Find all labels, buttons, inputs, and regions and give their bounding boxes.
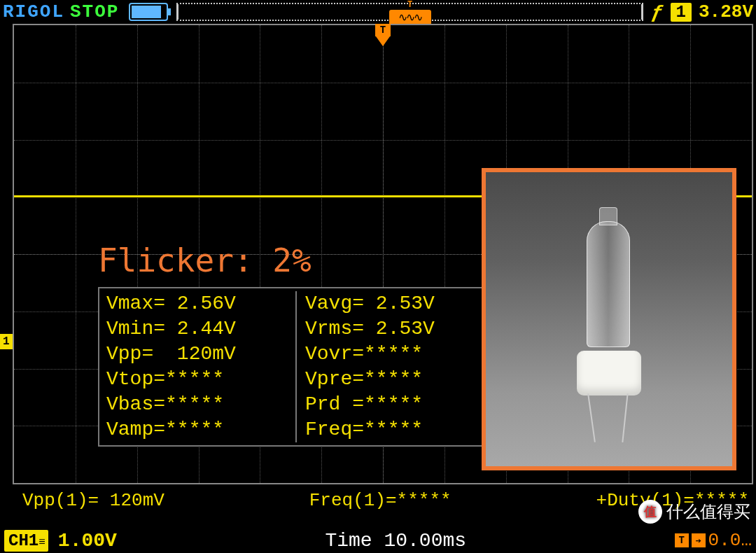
measurement-panel: Vmax= 2.56V Vavg= 2.53V Vmin= 2.44V Vrms… xyxy=(98,287,486,447)
trigger-level-value: 3.28V xyxy=(699,1,753,22)
meas-row: Vpp= 120mV Vovr=***** xyxy=(106,342,477,367)
brand-logo: RIGOL xyxy=(3,1,64,22)
arrow-right-icon: ➔ xyxy=(692,533,706,547)
trigger-readout: ƒ 1 3.28V xyxy=(652,1,753,23)
coupling-dc-icon: ≡ xyxy=(38,536,44,549)
bottom-status-bar: CH1≡ 1.00V Time 10.00ms T ➔ 0.0… xyxy=(0,528,756,553)
channel-1-badge: CH1≡ xyxy=(4,530,48,552)
time-per-div: Time 10.00ms xyxy=(325,530,466,552)
acquisition-state: STOP xyxy=(70,1,119,22)
volts-per-div: 1.00V xyxy=(58,530,117,552)
trigger-source-badge: 1 xyxy=(671,3,692,22)
meas-row: Vamp=***** Freq=***** xyxy=(106,417,477,442)
trigger-position-t-icon: T xyxy=(407,0,412,10)
trigger-horizontal-position: T ➔ 0.0… xyxy=(675,530,752,551)
meas-row: Vmax= 2.56V Vavg= 2.53V xyxy=(106,291,477,316)
top-status-bar: RIGOL STOP T ∿∿∿ ƒ 1 3.28V xyxy=(0,0,756,24)
channel-1-ground-marker: 1 xyxy=(0,334,13,349)
trigger-offset-icon: T xyxy=(675,533,689,547)
watermark: 值 什么值得买 xyxy=(638,500,750,524)
freq-readout: Freq(1)=***** xyxy=(309,490,451,511)
halogen-bulb-illustration xyxy=(574,207,644,431)
battery-icon xyxy=(129,3,168,21)
flicker-annotation: Flicker: 2% xyxy=(98,241,312,279)
watermark-badge-icon: 值 xyxy=(638,500,662,524)
waveform-window-indicator: T ∿∿∿ xyxy=(389,3,431,25)
meas-row: Vbas=***** Prd =***** xyxy=(106,392,477,417)
timebase-overview-strip: T ∿∿∿ xyxy=(176,3,643,21)
inset-photo-halogen-bulb xyxy=(482,168,736,470)
trigger-t-icon: T xyxy=(375,24,391,36)
trigger-slope-icon: ƒ xyxy=(652,1,664,23)
vpp-readout: Vpp(1)= 120mV xyxy=(22,490,164,511)
meas-row: Vmin= 2.44V Vrms= 2.53V xyxy=(106,316,477,342)
trigger-position-marker: T xyxy=(375,24,391,46)
meas-row: Vtop=***** Vpre=***** xyxy=(106,367,477,392)
waveform-preview-icon: ∿∿∿ xyxy=(398,10,421,24)
watermark-text: 什么值得买 xyxy=(666,500,750,523)
